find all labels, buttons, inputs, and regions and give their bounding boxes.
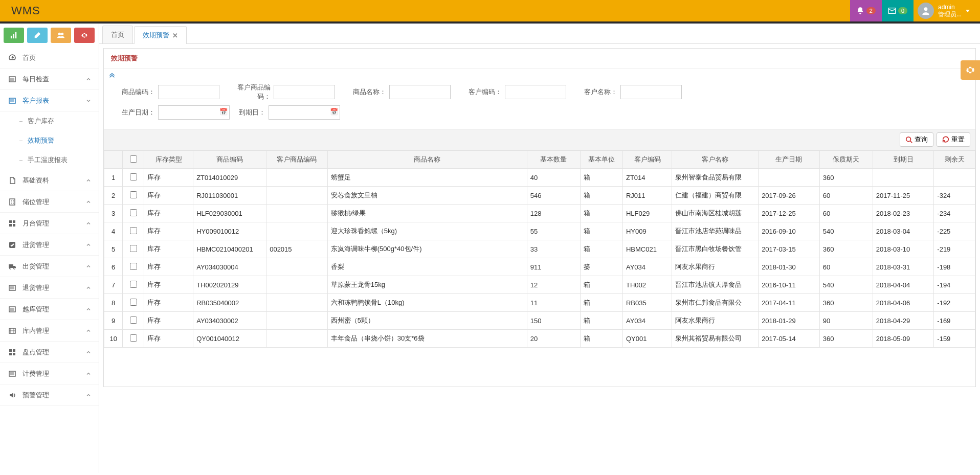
- horizontal-scrollbar[interactable]: [104, 378, 975, 387]
- tab-0[interactable]: 首页: [102, 26, 133, 43]
- table-row[interactable]: 3库存HLF029030001猕猴桃/绿果128箱HLF029佛山市南海区桂城胡…: [104, 205, 975, 222]
- sidebar-item-6[interactable]: 进货管理: [0, 234, 99, 256]
- cell: [266, 330, 328, 348]
- messages-button[interactable]: 0: [882, 0, 914, 21]
- row-checkbox[interactable]: [130, 263, 137, 270]
- sidebar-item-label: 计费管理: [23, 369, 49, 378]
- collapse-toggle[interactable]: [104, 69, 975, 81]
- toolbtn-users[interactable]: [51, 28, 71, 43]
- close-icon[interactable]: ✕: [172, 32, 178, 39]
- cell: -194: [934, 276, 975, 294]
- col-header-5[interactable]: 商品名称: [327, 151, 527, 169]
- cell: 库存: [144, 240, 193, 258]
- sidebar-subitem-2-1[interactable]: 效期预警: [0, 131, 99, 150]
- cell: [266, 276, 328, 294]
- col-header-7[interactable]: 基本单位: [580, 151, 622, 169]
- input-cust-product-code[interactable]: [274, 85, 335, 99]
- sidebar-item-11[interactable]: 盘点管理: [0, 342, 99, 363]
- row-checkbox[interactable]: [130, 227, 137, 234]
- col-header-0[interactable]: [104, 151, 123, 169]
- cell: 箱: [580, 187, 622, 205]
- cell: 2017-05-14: [759, 330, 820, 348]
- cell: 螃蟹足: [327, 169, 527, 187]
- row-checkbox[interactable]: [130, 209, 137, 216]
- sidebar-item-label: 进货管理: [23, 240, 49, 250]
- chevron-icon: [85, 285, 92, 291]
- sidebar-item-7[interactable]: 出货管理: [0, 256, 99, 277]
- col-header-9[interactable]: 客户名称: [672, 151, 759, 169]
- search-button[interactable]: 查询: [900, 132, 933, 147]
- input-cust-code[interactable]: [505, 85, 566, 99]
- tab-1[interactable]: 效期预警✕: [134, 26, 187, 44]
- sidebar-subitem-2-2[interactable]: 手工温度报表: [0, 150, 99, 170]
- sidebar-item-9[interactable]: 越库管理: [0, 299, 99, 320]
- input-product-code[interactable]: [158, 85, 219, 99]
- sidebar-item-0[interactable]: 首页: [0, 47, 99, 69]
- sidebar-item-13[interactable]: 预警管理: [0, 384, 99, 406]
- cell: HBMC0210400201: [193, 240, 266, 258]
- row-checkbox[interactable]: [130, 334, 137, 342]
- table-row[interactable]: 6库存AY034030004香梨911篓AY034阿友水果商行2018-01-3…: [104, 258, 975, 276]
- col-header-6[interactable]: 基本数量: [527, 151, 580, 169]
- input-due-date[interactable]: [269, 105, 340, 120]
- toolbtn-stats[interactable]: [4, 28, 24, 43]
- table-row[interactable]: 7库存TH002020129草原蒙王龙骨15kg12箱TH002晋江市池店镇天厚…: [104, 276, 975, 294]
- col-header-13[interactable]: 剩余天: [934, 151, 975, 169]
- col-header-4[interactable]: 客户商品编码: [266, 151, 328, 169]
- input-prod-date[interactable]: [158, 105, 230, 120]
- sidebar-item-3[interactable]: 基础资料: [0, 170, 99, 191]
- svg-point-6: [12, 57, 13, 58]
- col-header-10[interactable]: 生产日期: [759, 151, 820, 169]
- cell: 546: [527, 187, 580, 205]
- row-checkbox[interactable]: [130, 191, 137, 198]
- filters: 商品编码： 客户商品编码： 商品名称： 客户编码： 客户名称： 生产日期： 📅 …: [104, 81, 975, 129]
- cell: -169: [934, 312, 975, 330]
- sidebar-item-5[interactable]: 月台管理: [0, 213, 99, 234]
- side-settings-button[interactable]: [961, 60, 980, 80]
- sidebar-item-1[interactable]: 每日检查: [0, 69, 99, 90]
- notifications-button[interactable]: 2: [850, 0, 882, 21]
- cell: 2018-01-29: [759, 312, 820, 330]
- sidebar-item-10[interactable]: 库内管理: [0, 320, 99, 342]
- table-row[interactable]: 2库存RJ011030001安芯食族文旦柚546箱RJ011仁建（福建）商贸有限…: [104, 187, 975, 205]
- col-header-3[interactable]: 商品编码: [193, 151, 266, 169]
- row-checkbox[interactable]: [130, 173, 137, 180]
- table-row[interactable]: 4库存HY009010012迎大珍珠香鲍螺（5kg)55箱HY009晋江市池店华…: [104, 222, 975, 240]
- table-row[interactable]: 1库存ZT014010029螃蟹足40箱ZT014泉州智泰食品贸易有限360: [104, 169, 975, 187]
- row-checkbox[interactable]: [130, 299, 137, 306]
- table-row[interactable]: 10库存QY001040012丰年食品（串烧小饼）30支*6袋20箱QY001泉…: [104, 330, 975, 348]
- cell: [123, 240, 144, 258]
- input-cust-name[interactable]: [620, 85, 682, 99]
- table-row[interactable]: 5库存HBMC0210400201002015东岚海调味牛柳(500g*40包/…: [104, 240, 975, 258]
- col-header-11[interactable]: 保质期天: [819, 151, 873, 169]
- sidebar-item-2[interactable]: 客户报表: [0, 90, 99, 111]
- cell: 60: [819, 258, 873, 276]
- refresh-icon: [942, 136, 949, 143]
- label-cust-code: 客户编码：: [456, 87, 502, 97]
- col-header-1[interactable]: [123, 151, 144, 169]
- reset-button[interactable]: 重置: [937, 132, 970, 147]
- bell-icon: [856, 7, 864, 15]
- cell: HY009010012: [193, 222, 266, 240]
- toolbtn-edit[interactable]: [27, 28, 48, 43]
- sidebar-item-8[interactable]: 退货管理: [0, 277, 99, 299]
- toolbtn-settings[interactable]: [74, 28, 95, 43]
- sidebar-subitem-2-0[interactable]: 客户库存: [0, 111, 99, 131]
- user-menu[interactable]: admin 管理员...: [914, 0, 980, 21]
- col-header-2[interactable]: 库存类型: [144, 151, 193, 169]
- table-row[interactable]: 9库存AY034030002西州密（5颗）150箱AY034阿友水果商行2018…: [104, 312, 975, 330]
- sidebar-item-4[interactable]: 储位管理: [0, 191, 99, 213]
- sidebar-item-12[interactable]: 计费管理: [0, 363, 99, 384]
- actions-bar: 查询 重置: [104, 129, 975, 150]
- col-header-12[interactable]: 到期日: [873, 151, 934, 169]
- select-all-checkbox[interactable]: [130, 155, 137, 163]
- row-checkbox[interactable]: [130, 316, 137, 324]
- cell: -234: [934, 205, 975, 222]
- table-row[interactable]: 8库存RB035040002六和冻鸭鸭锁骨L（10kg)11箱RB035泉州市仁…: [104, 294, 975, 312]
- input-product-name[interactable]: [389, 85, 451, 99]
- row-checkbox[interactable]: [130, 281, 137, 288]
- cell: -192: [934, 294, 975, 312]
- row-checkbox[interactable]: [130, 245, 137, 252]
- cell: 草原蒙王龙骨15kg: [327, 276, 527, 294]
- col-header-8[interactable]: 客户编码: [622, 151, 672, 169]
